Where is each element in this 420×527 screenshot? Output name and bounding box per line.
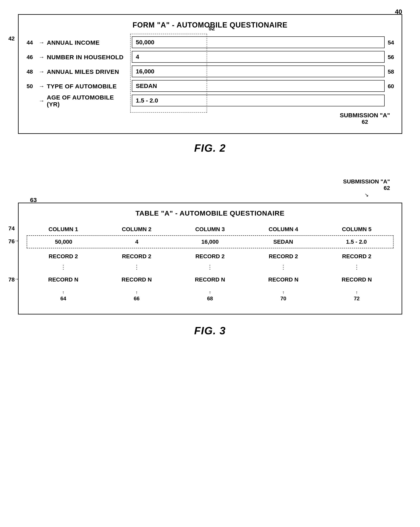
submission-area: SUBMISSION "A" 62: [132, 112, 394, 125]
fig3-col-ref-1: ↑ 64: [27, 290, 100, 302]
col-header-1: COLUMN 1: [27, 223, 100, 235]
arrow-44: →: [39, 39, 44, 46]
data-cell-5: 1.5 - 2.0: [320, 236, 393, 248]
fig3-title: TABLE "A" - AUTOMOBILE QUESTIONAIRE: [27, 209, 394, 217]
col-ref-num-2: 66: [134, 296, 140, 302]
data-cell-3: 16,000: [174, 236, 247, 248]
arrow-50: →: [39, 83, 44, 90]
arrow-age: →: [39, 98, 44, 104]
fig3-header-area: 74 COLUMN 1 COLUMN 2 COLUMN 3 COLUMN 4 C…: [27, 223, 394, 235]
field-household: 4: [132, 51, 385, 63]
fig2-caption: FIG. 2: [18, 142, 402, 154]
submission-ref: 62: [340, 119, 390, 125]
fig3-dashed-data-row: 50,000 4 16,000 SEDAN 1.5 - 2.0: [27, 235, 394, 248]
fig3-col-ref-5: ↑ 72: [320, 290, 394, 302]
arrow-46: →: [39, 54, 44, 60]
fig3-col-ref-4: ↑ 70: [247, 290, 320, 302]
record2-cell-1: RECORD 2: [27, 250, 100, 263]
fig3-col-ref-3: ↑ 68: [173, 290, 247, 302]
label-automobile: TYPE OF AUTOMOBILE: [47, 83, 124, 90]
fig3-dots-row: ⋮ ⋮ ⋮ ⋮ ⋮: [27, 263, 394, 272]
up-arrow-2: ↑: [100, 290, 173, 295]
ref-56: 56: [388, 54, 394, 60]
ref-78: 78: [9, 276, 15, 283]
fig2-row-annual-income: 44 → ANNUAL INCOME: [27, 35, 132, 50]
fig3-outer-box: TABLE "A" - AUTOMOBILE QUESTIONAIRE 74 C…: [18, 203, 402, 314]
ref-60: 60: [388, 83, 394, 90]
fig3-submission-top: SUBMISSION "A" 62 ↘: [343, 178, 390, 198]
fig3-col-headers: COLUMN 1 COLUMN 2 COLUMN 3 COLUMN 4 COLU…: [27, 223, 394, 235]
fig3-caption: FIG. 3: [18, 325, 402, 337]
data-cell-2: 4: [100, 236, 174, 248]
dots-cell-1: ⋮: [27, 263, 100, 272]
record2-cell-4: RECORD 2: [247, 250, 320, 263]
ref-58: 58: [388, 68, 394, 75]
dots-cell-5: ⋮: [320, 263, 394, 272]
fig3-recordn-row: RECORD N RECORD N RECORD N RECORD N RECO…: [27, 274, 394, 286]
ref-46: 46: [27, 54, 39, 60]
label-household: NUMBER IN HOUSEHOLD: [47, 54, 124, 61]
submission-down-arrow: ↘: [343, 192, 390, 198]
recordn-cell-1: RECORD N: [27, 274, 100, 286]
field-annual-income: 50,000: [132, 36, 385, 48]
ref-74: 74: [9, 225, 15, 232]
col-ref-num-5: 72: [354, 296, 360, 302]
fig3-record2-row: RECORD 2 RECORD 2 RECORD 2 RECORD 2 RECO…: [27, 250, 394, 263]
record2-cell-3: RECORD 2: [173, 250, 247, 263]
field-age: 1.5 - 2.0: [132, 95, 385, 106]
label-age: AGE OF AUTOMOBILE (YR): [47, 94, 124, 108]
col-ref-num-1: 64: [60, 296, 66, 302]
record2-cell-5: RECORD 2: [320, 250, 394, 263]
fig2-form-area: 42 44 → ANNUAL INCOME 46 → NUMBER IN HOU…: [27, 35, 394, 125]
col-header-5: COLUMN 5: [320, 223, 394, 235]
ref-76: 76: [9, 238, 15, 245]
dots-cell-4: ⋮: [247, 263, 320, 272]
field-miles: 16,000: [132, 66, 385, 77]
fig2-row-miles: 48 → ANNUAL MILES DRIVEN: [27, 65, 132, 79]
fig2-row-automobile: 50 → TYPE OF AUTOMOBILE: [27, 79, 132, 94]
fig3-col-ref-2: ↑ 66: [100, 290, 173, 302]
fig2-row-household: 46 → NUMBER IN HOUSEHOLD: [27, 50, 132, 65]
ref-76-arrow: →: [15, 238, 19, 243]
record2-cell-2: RECORD 2: [100, 250, 173, 263]
fig2-field-row-3: 16,000 58: [132, 65, 394, 79]
ref-44: 44: [27, 39, 39, 46]
recordn-cell-3: RECORD N: [173, 274, 247, 286]
ref-52: 52: [209, 25, 215, 32]
fig2-field-row-1: 50,000 54: [132, 35, 394, 50]
up-arrow-4: ↑: [247, 290, 320, 295]
fig2-field-row-2: 4 56: [132, 50, 394, 65]
ref-78-arrow: →: [15, 276, 19, 282]
dots-cell-2: ⋮: [100, 263, 173, 272]
ref-42: 42: [9, 35, 15, 42]
submission-label: SUBMISSION "A": [340, 112, 390, 119]
fig3-recordn-area: 78 → RECORD N RECORD N RECORD N RECORD N…: [27, 274, 394, 286]
up-arrow-3: ↑: [173, 290, 247, 295]
fig2-outer-box: FORM "A" - AUTOMOBILE QUESTIONAIRE 42 44…: [18, 14, 402, 134]
recordn-cell-2: RECORD N: [100, 274, 173, 286]
dots-cell-3: ⋮: [173, 263, 247, 272]
ref-54: 54: [388, 39, 394, 46]
recordn-cell-5: RECORD N: [320, 274, 394, 286]
fig3-submission-label: SUBMISSION "A": [343, 178, 390, 185]
fig2-section: 40 FORM "A" - AUTOMOBILE QUESTIONAIRE 42…: [18, 8, 402, 154]
data-cell-4: SEDAN: [247, 236, 320, 248]
ref-63: 63: [30, 197, 37, 203]
col-header-4: COLUMN 4: [247, 223, 320, 235]
submission-group: SUBMISSION "A" 62: [340, 112, 390, 125]
page-container: 40 FORM "A" - AUTOMOBILE QUESTIONAIRE 42…: [8, 8, 412, 337]
fig3-col-refs: ↑ 64 ↑ 66 ↑ 68 ↑ 70 ↑ 72: [27, 290, 394, 302]
fig2-row-age: → AGE OF AUTOMOBILE (YR): [27, 94, 132, 108]
recordn-cell-4: RECORD N: [247, 274, 320, 286]
col-ref-num-3: 68: [207, 296, 213, 302]
fig2-labels-col: 42 44 → ANNUAL INCOME 46 → NUMBER IN HOU…: [27, 35, 132, 125]
col-header-2: COLUMN 2: [100, 223, 173, 235]
fig3-submission-ref: 62: [343, 185, 390, 191]
up-arrow-1: ↑: [27, 290, 100, 295]
fig2-fields-col: 52 50,000 54 4 56 16,000 58: [132, 35, 394, 125]
data-cell-1: 50,000: [27, 236, 100, 248]
arrow-48: →: [39, 68, 44, 75]
fig2-field-row-4: SEDAN 60: [132, 79, 394, 94]
ref-48: 48: [27, 68, 39, 75]
label-miles: ANNUAL MILES DRIVEN: [47, 68, 124, 75]
